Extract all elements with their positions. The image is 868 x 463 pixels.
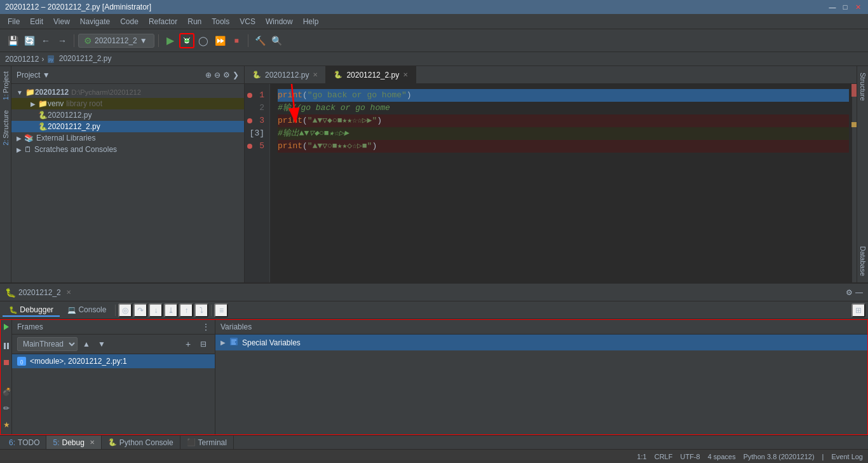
debug-tab-num: 5: — [53, 438, 59, 447]
undo-button[interactable]: ← — [38, 33, 53, 48]
indent-setting[interactable]: 4 spaces — [708, 453, 736, 460]
stop-button[interactable]: ■ — [229, 33, 244, 48]
sidebar-item-database[interactable]: Database — [857, 240, 868, 282]
sidebar-item-project[interactable]: 1:Project — [0, 66, 11, 105]
todo-tab[interactable]: 6: TODO — [3, 436, 46, 450]
maximize-button[interactable]: □ — [840, 2, 850, 12]
profile-button[interactable]: ⏩ — [212, 33, 227, 48]
code-paren-5a: ( — [302, 140, 308, 153]
var-item-special[interactable]: ▶ Special Variables — [215, 335, 867, 350]
bottom-tabs-bar: 6: TODO 5: Debug ✕ 🐍 Python Console ⬛ Te… — [0, 435, 868, 449]
sidebar-item-structure[interactable]: 2:Structure — [0, 105, 11, 151]
debug-session-close[interactable]: ✕ — [66, 289, 71, 296]
menu-navigate[interactable]: Navigate — [75, 16, 115, 27]
frame-down-button[interactable]: ▼ — [95, 338, 108, 350]
restore-layout-button[interactable]: ⊞ — [851, 303, 865, 317]
menu-code[interactable]: Code — [115, 16, 144, 27]
sidebar-item-structure-right[interactable]: Structure — [857, 66, 868, 107]
file2-label: 20201212_2.py — [48, 122, 100, 131]
tree-item-venv[interactable]: ▶ 📁 venv library root — [11, 98, 244, 109]
evaluate-button[interactable]: ≡ — [214, 303, 228, 317]
build-button[interactable]: 🔨 — [252, 33, 268, 48]
show-execution-point-button[interactable]: ◎ — [118, 303, 132, 317]
step-over-button[interactable]: ↷ — [133, 303, 147, 317]
svg-text:py: py — [49, 57, 54, 62]
frames-resize-button[interactable]: ⋮ — [202, 322, 210, 331]
menu-file[interactable]: File — [3, 16, 25, 27]
pause-icon — [4, 343, 9, 349]
tree-item-file2[interactable]: 🐍 20201212_2.py — [11, 121, 244, 132]
coverage-button[interactable]: ◯ — [196, 33, 211, 48]
encoding[interactable]: UTF-8 — [680, 453, 700, 460]
menu-run[interactable]: Run — [182, 16, 207, 27]
debug-settings-button[interactable]: ⚙ — [846, 288, 853, 297]
breadcrumb-file: py 20201212_2.py — [46, 54, 111, 64]
debug-content: 💣 ✏ ★ Frames ⋮ MainThread — [0, 319, 868, 435]
expand-panel-button[interactable]: ❯ — [233, 71, 239, 79]
menu-view[interactable]: View — [48, 16, 75, 27]
debug-button[interactable] — [179, 33, 194, 48]
search-button[interactable]: 🔍 — [269, 33, 284, 48]
debugger-tab[interactable]: 🐛 Debugger — [3, 304, 60, 317]
frame-up-button[interactable]: ▲ — [80, 338, 93, 350]
brush-button[interactable]: ✏ — [1, 401, 12, 415]
python-console-tab[interactable]: 🐍 Python Console — [102, 436, 180, 450]
tree-item-root[interactable]: ▼ 📁 20201212 D:\Pycharm\20201212 — [11, 86, 244, 98]
sync-button[interactable]: 🔄 — [22, 33, 37, 48]
close-button[interactable]: ✕ — [853, 2, 863, 12]
console-tab[interactable]: 💻 Console — [61, 304, 112, 317]
code-editor[interactable]: 1 2 3 [3] 5 — [245, 84, 857, 282]
tab2-close-button[interactable]: ✕ — [403, 71, 408, 78]
run-config-selector[interactable]: ⚙ 20201212_2 ▼ — [78, 34, 154, 48]
tree-item-scratches[interactable]: ▶ 🗒 Scratches and Consoles — [11, 144, 244, 155]
menu-window[interactable]: Window — [261, 16, 298, 27]
star-button[interactable]: ★ — [1, 418, 12, 432]
breadcrumb-project[interactable]: 20201212 — [5, 55, 39, 64]
terminal-tab[interactable]: ⬛ Terminal — [180, 436, 234, 450]
cursor-position[interactable]: 1:1 — [637, 453, 646, 460]
run-to-cursor-button[interactable]: ⤵ — [194, 303, 208, 317]
menu-tools[interactable]: Tools — [207, 16, 234, 27]
minimize-button[interactable]: — — [827, 2, 837, 12]
event-log-button[interactable]: Event Log — [831, 453, 863, 460]
frames-list: {} <module>, 20201212_2.py:1 — [12, 354, 215, 434]
resume-button[interactable] — [1, 320, 12, 334]
bomb-button[interactable]: 💣 — [1, 385, 12, 399]
code-content[interactable]: print("go back or go home") #输//go back … — [270, 84, 857, 282]
save-button[interactable]: 💾 — [5, 33, 20, 48]
step-out-button[interactable]: ↑ — [179, 303, 193, 317]
pause-button[interactable] — [1, 339, 12, 353]
tab-20201212[interactable]: 🐍 20201212.py ✕ — [245, 66, 326, 84]
var-expand-icon[interactable]: ▶ — [220, 339, 226, 346]
menu-refactor[interactable]: Refactor — [144, 16, 182, 27]
tree-item-ext-libs[interactable]: ▶ 📚 External Libraries — [11, 132, 244, 144]
tree-item-file1[interactable]: 🐍 20201212.py — [11, 109, 244, 121]
frames-resize-vert[interactable]: ⊟ — [197, 338, 210, 350]
svg-rect-14 — [231, 343, 236, 345]
locate-file-button[interactable]: ⊕ — [205, 71, 212, 79]
redo-button[interactable]: → — [55, 33, 70, 48]
venv-label: venv — [48, 99, 64, 108]
collapse-all-button[interactable]: ⊖ — [214, 71, 220, 79]
frame-item-module[interactable]: {} <module>, 20201212_2.py:1 — [12, 354, 215, 368]
run-button[interactable]: ▶ — [163, 33, 178, 48]
thread-selector[interactable]: MainThread — [17, 337, 78, 351]
step-into-my-code-button[interactable]: ⤓ — [164, 303, 178, 317]
step-into-button[interactable]: ↓ — [149, 303, 163, 317]
debug-close-button[interactable]: — — [855, 288, 863, 297]
menu-vcs[interactable]: VCS — [234, 16, 261, 27]
tab1-close-button[interactable]: ✕ — [313, 71, 318, 78]
line-ending[interactable]: CRLF — [654, 453, 673, 460]
interpreter-info[interactable]: Python 3.8 (20201212) — [743, 453, 815, 460]
menu-edit[interactable]: Edit — [25, 16, 48, 27]
debug-session-tab[interactable]: 🐛 20201212_2 ✕ — [5, 287, 71, 298]
add-frame-button[interactable]: + — [182, 338, 194, 350]
debug-tab-close[interactable]: ✕ — [90, 439, 95, 446]
right-spacer — [857, 107, 868, 240]
menu-help[interactable]: Help — [298, 16, 324, 27]
debug-bottom-tab[interactable]: 5: Debug ✕ — [46, 436, 101, 450]
settings-button[interactable]: ⚙ — [223, 71, 230, 79]
stop-debug-button[interactable] — [1, 356, 12, 370]
code-paren-5b: ) — [372, 140, 377, 153]
tab-20201212-2[interactable]: 🐍 20201212_2.py ✕ — [326, 66, 416, 84]
